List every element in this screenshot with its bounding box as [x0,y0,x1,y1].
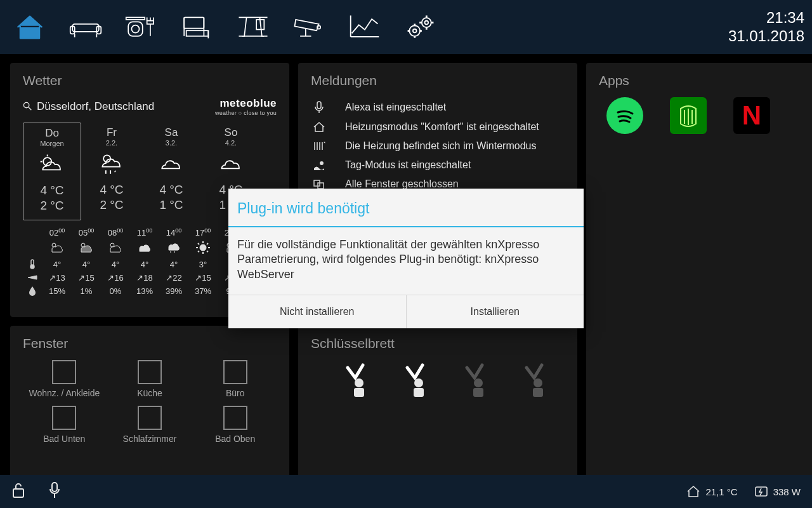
weather-icon-cloudy [202,149,260,180]
window-icon [223,360,247,384]
nav-home-icon[interactable] [8,8,52,46]
fenster-item[interactable]: Schlafzimmer [108,406,192,444]
weather-location-text: Düsseldorf, Deutschland [37,100,154,113]
day-mode-icon [311,160,327,170]
schluessel-panel: Schlüsselbrett [298,326,577,478]
fenster-item[interactable]: Wohnz. / Ankleide [23,360,106,398]
fenster-panel: Fenster Wohnz. / Ankleide Küche Büro Bad… [10,326,289,478]
rain-icon [23,286,42,295]
svg-rect-81 [473,388,483,397]
nav-kitchen-icon[interactable] [119,8,164,46]
lock-icon[interactable] [11,482,25,501]
status-temperature: 21,1 °C [686,485,737,498]
svg-point-61 [30,265,34,269]
app-netflix[interactable]: N [733,97,770,134]
house-icon [311,121,327,133]
svg-point-26 [425,20,429,24]
svg-rect-63 [317,102,321,109]
nav-bedroom-icon[interactable] [175,8,219,46]
status-power: 338 W [754,485,801,498]
forecast-day-1[interactable]: Fr 2.2. * 4 °C 2 °C [82,123,141,220]
svg-rect-79 [414,388,424,397]
accept-button[interactable]: Installieren [406,295,584,328]
forecast-day-2[interactable]: Sa 3.2. 4 °C 1 °C [142,123,200,220]
svg-point-78 [414,378,423,387]
svg-point-82 [534,378,542,387]
svg-rect-15 [187,30,209,36]
schluessel-title: Schlüsselbrett [311,336,565,351]
weather-icon-partly-cloudy [23,150,81,180]
svg-point-49 [200,244,206,251]
forecast-day-0[interactable]: Do Morgen 4 °C 2 °C [23,123,81,220]
nav-icons [8,8,443,46]
weather-location[interactable]: Düsseldorf, Deutschland meteoblue weathe… [23,97,277,116]
svg-point-70 [320,161,324,165]
key-slot-inactive[interactable] [515,363,547,398]
svg-line-55 [207,251,208,252]
microphone-icon [311,101,327,114]
apps-title: Apps [599,73,805,88]
search-icon [23,102,32,112]
fenster-item[interactable]: Bad Oben [193,406,277,444]
weather-title: Wetter [23,73,277,88]
nav-livingroom-icon[interactable] [63,8,108,46]
meldung-item[interactable]: Heizungsmodus "Komfort" ist eingeschalte… [311,117,565,137]
svg-line-56 [207,243,208,244]
dialog-body: Für die vollständige Funktionalität der … [228,227,584,295]
dialog-title: Plug-in wird benötigt [228,189,584,227]
fenster-title: Fenster [23,336,277,351]
window-icon [138,360,162,384]
svg-rect-77 [354,388,364,397]
meldung-item[interactable]: * Die Heizung befindet sich im Wintermod… [311,137,565,156]
window-icon [223,406,247,430]
power-icon [754,485,768,498]
svg-point-23 [409,25,420,36]
hourly-weather-icon [43,240,71,257]
house-temp-icon [686,485,700,498]
meldungen-list: Alexa ist eingeschaltet Heizungsmodus "K… [311,97,565,194]
wind-icon [23,274,42,281]
hourly-weather-icon [160,240,188,257]
nav-settings-icon[interactable] [398,8,443,46]
svg-line-54 [198,243,199,244]
hourly-weather-icon [102,240,129,257]
meldung-item[interactable]: Tag-Modus ist eingeschaltet [311,156,565,175]
apps-panel: Apps N [586,63,812,478]
svg-point-25 [422,18,431,27]
key-slot-inactive[interactable] [455,363,487,398]
weather-provider: meteoblue weather ○ close to you [215,97,277,116]
top-navbar: 21:34 31.01.2018 [0,0,812,54]
svg-rect-5 [128,22,143,36]
weather-icon-snow-sun: * [82,149,141,180]
radiator-icon: * [311,141,327,151]
meldungen-title: Meldungen [311,73,565,88]
key-slot-active[interactable] [396,363,428,398]
fenster-item[interactable]: Bad Unten [23,406,106,444]
clock: 21:34 31.01.2018 [728,9,804,46]
nav-hallway-icon[interactable] [231,8,275,46]
svg-line-57 [198,251,199,252]
app-hellofresh[interactable] [670,97,707,134]
svg-rect-85 [52,483,57,491]
windows-icon [311,179,327,189]
decline-button[interactable]: Nicht installieren [228,295,406,328]
hourly-weather-icon [189,239,217,258]
svg-rect-11 [126,17,145,19]
hourly-weather-icon [72,240,100,257]
fenster-item[interactable]: Küche [108,360,192,398]
svg-marker-62 [28,276,37,279]
hourly-weather-icon [131,241,159,257]
key-slot-active[interactable] [336,363,368,398]
weather-icon-cloudy [142,149,200,180]
nav-chart-icon[interactable] [343,8,387,46]
window-icon [52,406,76,430]
microphone-icon[interactable] [48,482,61,501]
meldung-item[interactable]: Alexa ist eingeschaltet [311,97,565,117]
fenster-item[interactable]: Büro [193,360,277,398]
svg-point-76 [355,378,363,387]
nav-camera-icon[interactable] [287,8,331,46]
app-spotify[interactable] [606,97,643,134]
bottom-bar: 21,1 °C 338 W [0,475,812,508]
clock-date: 31.01.2018 [728,27,804,46]
svg-point-80 [474,378,483,387]
